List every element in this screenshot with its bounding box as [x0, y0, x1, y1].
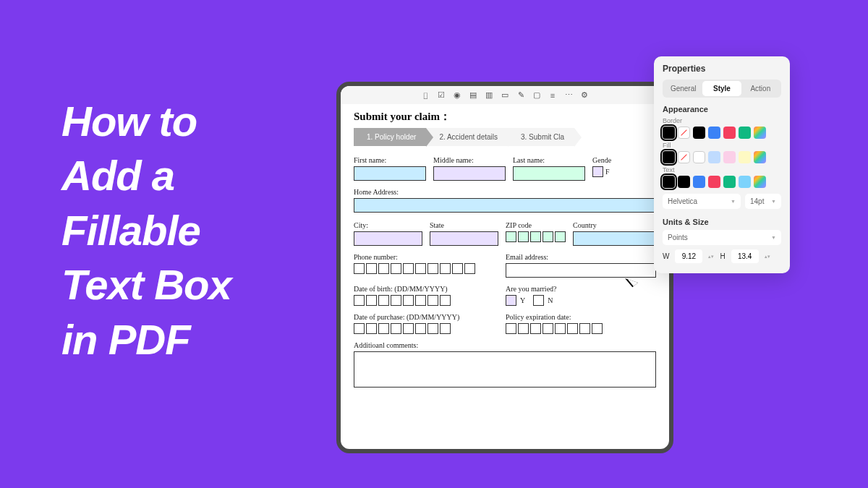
form-steps: 1. Policy holder 2. Accident details 3. …: [341, 128, 669, 153]
text-label: Text: [663, 166, 781, 174]
tab-action[interactable]: Action: [741, 81, 780, 96]
color-swatch[interactable]: [739, 176, 751, 188]
gender-f-box[interactable]: [592, 166, 603, 177]
h-label: H: [720, 252, 725, 260]
align-icon[interactable]: ≡: [548, 90, 558, 100]
city-input[interactable]: [354, 231, 422, 246]
color-swatch[interactable]: [678, 127, 690, 139]
height-input[interactable]: [731, 249, 759, 263]
last-name-label: Last name:: [513, 156, 585, 164]
color-swatch[interactable]: [754, 151, 766, 163]
color-swatch[interactable]: [754, 176, 766, 188]
color-swatch[interactable]: [663, 127, 675, 139]
first-name-label: First name:: [354, 156, 426, 164]
width-input[interactable]: [675, 249, 702, 263]
settings-icon[interactable]: ⚙: [580, 90, 590, 100]
address-input[interactable]: [354, 198, 656, 213]
button-icon[interactable]: ▭: [501, 90, 510, 100]
comments-label: Additioanl comments:: [354, 341, 656, 349]
zip-label: ZIP code: [506, 221, 566, 229]
text-field-icon[interactable]: ⌷: [421, 90, 430, 100]
dob-input[interactable]: [354, 295, 498, 306]
address-label: Home Address:: [354, 188, 656, 196]
signature-icon[interactable]: ✎: [516, 90, 526, 100]
exp-input[interactable]: [506, 323, 656, 334]
comments-input[interactable]: [354, 351, 656, 388]
color-swatch[interactable]: [723, 176, 736, 188]
city-label: City:: [354, 221, 422, 229]
form-title: Submit your claim：: [341, 104, 669, 128]
appearance-heading: Appearance: [663, 105, 781, 114]
color-swatch[interactable]: [693, 151, 705, 163]
zip-input[interactable]: [506, 231, 566, 242]
last-name-input[interactable]: [513, 166, 585, 181]
married-n-box[interactable]: [533, 295, 544, 306]
editor-toolbar: ⌷ ☑ ◉ ▤ ▥ ▭ ✎ ▢ ≡ ⋯ ⚙: [341, 86, 669, 104]
dop-input[interactable]: [354, 323, 498, 334]
tab-general[interactable]: General: [664, 81, 702, 96]
fill-label: Fill: [663, 142, 781, 149]
text-swatches: [663, 176, 781, 188]
panel-title: Properties: [663, 64, 781, 74]
gender-label: Gende: [592, 156, 636, 164]
more-icon[interactable]: ⋯: [564, 90, 574, 100]
panel-tabs: General Style Action: [663, 80, 781, 98]
color-swatch[interactable]: [663, 176, 675, 188]
color-swatch[interactable]: [739, 127, 751, 139]
combo-icon[interactable]: ▥: [485, 90, 494, 100]
radio-icon[interactable]: ◉: [453, 90, 462, 100]
color-swatch[interactable]: [693, 127, 705, 139]
color-swatch[interactable]: [663, 151, 675, 163]
state-label: State: [430, 221, 498, 229]
email-label: Email address:: [506, 253, 656, 261]
phone-label: Phone number:: [354, 253, 498, 261]
color-swatch[interactable]: [708, 176, 720, 188]
dob-label: Date of birth: (DD/MM/YYYY): [354, 285, 498, 293]
middle-name-label: Middle name:: [433, 156, 506, 164]
pdf-editor-window: ⌷ ☑ ◉ ▤ ▥ ▭ ✎ ▢ ≡ ⋯ ⚙ Submit your claim：…: [336, 82, 673, 453]
properties-panel: Properties General Style Action Appearan…: [654, 56, 790, 273]
border-label: Border: [663, 117, 781, 124]
first-name-input[interactable]: [354, 166, 426, 181]
country-input[interactable]: [573, 231, 656, 246]
color-swatch[interactable]: [754, 127, 766, 139]
font-select[interactable]: Helvetica▼: [663, 194, 741, 209]
fill-swatches: [663, 151, 781, 163]
gender-f-label: F: [605, 168, 610, 176]
email-input[interactable]: [506, 263, 656, 278]
font-size-select[interactable]: 14pt▼: [745, 194, 781, 209]
step-1[interactable]: 1. Policy holder: [354, 128, 426, 146]
units-select[interactable]: Points▼: [663, 230, 781, 245]
phone-input[interactable]: [354, 263, 498, 274]
form-body: First name: Middle name: Last name: Gend…: [341, 153, 669, 390]
list-icon[interactable]: ▤: [469, 90, 478, 100]
color-swatch[interactable]: [723, 127, 736, 139]
color-swatch[interactable]: [723, 151, 736, 163]
step-2[interactable]: 2. Accident details: [426, 128, 508, 146]
step-3[interactable]: 3. Submit Cla: [508, 128, 574, 146]
color-swatch[interactable]: [678, 176, 690, 188]
color-swatch[interactable]: [739, 151, 751, 163]
color-swatch[interactable]: [678, 151, 690, 163]
color-swatch[interactable]: [708, 127, 720, 139]
country-label: Country: [573, 221, 656, 229]
dop-label: Date of purchase: (DD/MM/YYYY): [354, 313, 498, 321]
w-label: W: [663, 252, 669, 260]
page-headline: How to Add a Fillable Text Box in PDF: [61, 94, 231, 367]
tab-style[interactable]: Style: [702, 81, 741, 96]
exp-label: Policy expiration date:: [506, 313, 656, 321]
border-swatches: [663, 127, 781, 139]
units-size-heading: Units & Size: [663, 218, 781, 226]
middle-name-input[interactable]: [433, 166, 506, 181]
image-icon[interactable]: ▢: [532, 90, 542, 100]
color-swatch[interactable]: [708, 151, 720, 163]
state-input[interactable]: [430, 231, 498, 246]
checkbox-icon[interactable]: ☑: [437, 90, 446, 100]
married-y-box[interactable]: [506, 295, 516, 306]
color-swatch[interactable]: [693, 176, 705, 188]
